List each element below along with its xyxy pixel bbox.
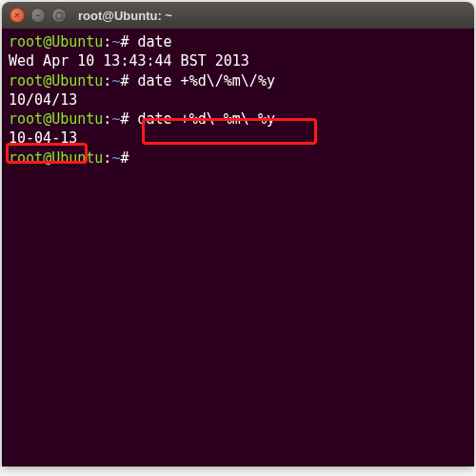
output-text: Wed Apr 10 13:43:44 BST 2013 <box>9 52 249 69</box>
prompt-user: root <box>9 33 43 50</box>
titlebar[interactable]: × − ▢ root@Ubuntu: ~ <box>2 2 474 29</box>
prompt-host: Ubuntu <box>51 110 103 128</box>
output-text: 10-04-13 <box>9 129 77 147</box>
prompt-host: Ubuntu <box>51 149 103 167</box>
terminal-line: root@Ubuntu:~# date <box>9 32 467 51</box>
command-text: date +%d\/%m\/%y <box>137 72 275 89</box>
maximize-button[interactable]: ▢ <box>51 8 67 23</box>
minimize-button[interactable]: − <box>30 8 46 23</box>
terminal-line: root@Ubuntu:~# date +%d\/%m\/%y <box>9 71 467 90</box>
command-text: date +%d\-%m\-%y <box>137 110 275 128</box>
maximize-icon: ▢ <box>55 11 64 20</box>
minimize-icon: − <box>35 11 40 20</box>
terminal-line: root@Ubuntu:~# date +%d\-%m\-%y <box>9 109 467 129</box>
prompt-user: root <box>9 110 43 128</box>
terminal-line: 10-04-13 <box>9 129 467 148</box>
terminal-line: 10/04/13 <box>9 90 467 109</box>
prompt-host: Ubuntu <box>51 33 103 50</box>
close-icon: × <box>14 11 19 20</box>
terminal-line: root@Ubuntu:~# <box>9 149 467 168</box>
command-text: date <box>137 33 171 50</box>
terminal-line: Wed Apr 10 13:43:44 BST 2013 <box>9 51 467 70</box>
prompt-user: root <box>9 149 43 167</box>
window-title: root@Ubuntu: ~ <box>78 9 172 23</box>
prompt-host: Ubuntu <box>51 72 103 89</box>
prompt-user: root <box>9 72 43 89</box>
terminal-window: × − ▢ root@Ubuntu: ~ root@Ubuntu:~# date… <box>2 2 474 466</box>
terminal-area[interactable]: root@Ubuntu:~# date Wed Apr 10 13:43:44 … <box>2 29 474 466</box>
output-text: 10/04/13 <box>9 91 77 109</box>
close-button[interactable]: × <box>10 8 25 23</box>
